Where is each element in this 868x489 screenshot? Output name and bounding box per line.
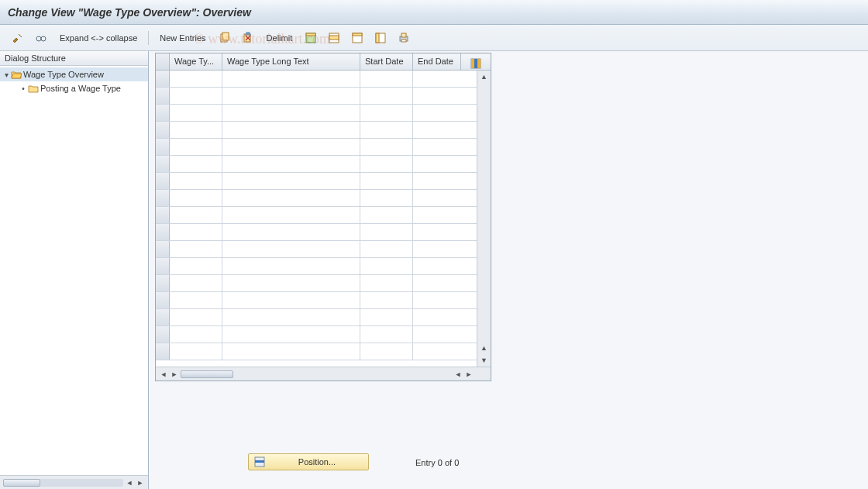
cell-end-date[interactable]: [413, 71, 477, 87]
hscroll-left-icon[interactable]: ◄: [125, 478, 134, 487]
cell-start-date[interactable]: [360, 88, 413, 104]
cell-start-date[interactable]: [360, 122, 413, 138]
col-wage-type-long-text[interactable]: Wage Type Long Text: [222, 53, 360, 70]
new-entries-button[interactable]: New Entries: [154, 29, 211, 46]
table-row[interactable]: [156, 105, 477, 122]
cell-wage-type[interactable]: [170, 156, 222, 172]
cell-start-date[interactable]: [360, 173, 413, 189]
cell-wage-type-long-text[interactable]: [222, 275, 360, 291]
cell-wage-type-long-text[interactable]: [222, 173, 360, 189]
row-selector[interactable]: [156, 173, 170, 189]
delete-button[interactable]: [238, 29, 258, 46]
cell-start-date[interactable]: [360, 343, 413, 360]
deselect-all-button[interactable]: [347, 29, 367, 46]
row-selector[interactable]: [156, 207, 170, 223]
select-block-button[interactable]: [324, 29, 344, 46]
row-selector[interactable]: [156, 309, 170, 325]
delimit-button[interactable]: Delimit: [261, 29, 298, 46]
table-row[interactable]: [156, 190, 477, 207]
cell-end-date[interactable]: [413, 173, 477, 189]
select-all-button[interactable]: [301, 29, 321, 46]
cell-wage-type-long-text[interactable]: [222, 224, 360, 240]
tree-toggle-icon[interactable]: ▾: [2, 71, 11, 79]
row-selector[interactable]: [156, 275, 170, 291]
row-selector[interactable]: [156, 241, 170, 257]
cell-wage-type-long-text[interactable]: [222, 156, 360, 172]
cell-start-date[interactable]: [360, 207, 413, 223]
col-end-date[interactable]: End Date: [413, 53, 461, 70]
hscroll-thumb[interactable]: [3, 479, 40, 487]
cell-end-date[interactable]: [413, 326, 477, 343]
row-selector[interactable]: [156, 71, 170, 87]
cell-wage-type-long-text[interactable]: [222, 207, 360, 223]
vscroll-track[interactable]: [477, 83, 491, 342]
cell-wage-type[interactable]: [170, 326, 222, 343]
cell-start-date[interactable]: [360, 275, 413, 291]
copy-button[interactable]: [215, 29, 235, 46]
cell-wage-type-long-text[interactable]: [222, 105, 360, 121]
table-vscroll[interactable]: ▲ ▲ ▼: [477, 71, 491, 367]
print-button[interactable]: [394, 29, 414, 46]
table-row[interactable]: [156, 122, 477, 139]
cell-wage-type[interactable]: [170, 309, 222, 325]
cell-wage-type[interactable]: [170, 241, 222, 257]
cell-start-date[interactable]: [360, 156, 413, 172]
config-button[interactable]: [370, 29, 391, 46]
table-row[interactable]: [156, 224, 477, 241]
cell-start-date[interactable]: [360, 258, 413, 274]
cell-wage-type[interactable]: [170, 88, 222, 104]
col-wage-type[interactable]: Wage Ty...: [170, 53, 222, 70]
table-row[interactable]: [156, 71, 477, 88]
cell-wage-type[interactable]: [170, 292, 222, 308]
cell-end-date[interactable]: [413, 156, 477, 172]
hscroll-right-icon[interactable]: ►: [170, 370, 179, 379]
row-selector[interactable]: [156, 292, 170, 308]
table-row[interactable]: [156, 309, 477, 326]
cell-start-date[interactable]: [360, 292, 413, 308]
cell-wage-type-long-text[interactable]: [222, 88, 360, 104]
row-selector[interactable]: [156, 343, 170, 360]
cell-wage-type-long-text[interactable]: [222, 258, 360, 274]
cell-end-date[interactable]: [413, 343, 477, 360]
cell-wage-type-long-text[interactable]: [222, 190, 360, 206]
cell-end-date[interactable]: [413, 88, 477, 104]
cell-end-date[interactable]: [413, 292, 477, 308]
cell-start-date[interactable]: [360, 309, 413, 325]
table-row[interactable]: [156, 173, 477, 190]
left-panel-hscroll[interactable]: ◄ ►: [0, 475, 148, 489]
cell-wage-type[interactable]: [170, 105, 222, 121]
row-selector[interactable]: [156, 122, 170, 138]
cell-start-date[interactable]: [360, 71, 413, 87]
row-selector[interactable]: [156, 224, 170, 240]
cell-start-date[interactable]: [360, 139, 413, 155]
toggle-detail-button[interactable]: [8, 29, 28, 46]
position-button[interactable]: Position...: [248, 453, 369, 470]
table-row[interactable]: [156, 275, 477, 292]
vscroll-up-icon[interactable]: ▲: [477, 71, 491, 83]
table-row[interactable]: [156, 156, 477, 173]
table-row[interactable]: [156, 241, 477, 258]
row-selector-header[interactable]: [156, 53, 170, 70]
cell-end-date[interactable]: [413, 275, 477, 291]
cell-start-date[interactable]: [360, 105, 413, 121]
table-row[interactable]: [156, 343, 477, 360]
cell-wage-type-long-text[interactable]: [222, 309, 360, 325]
cell-end-date[interactable]: [413, 105, 477, 121]
cell-end-date[interactable]: [413, 207, 477, 223]
row-selector[interactable]: [156, 88, 170, 104]
tree-item-wage-type-overview[interactable]: ▾ Wage Type Overview: [0, 67, 148, 81]
tree-item-posting-wage-type[interactable]: • Posting a Wage Type: [0, 81, 148, 95]
hscroll-left2-icon[interactable]: ◄: [453, 370, 463, 379]
row-selector[interactable]: [156, 139, 170, 155]
cell-wage-type-long-text[interactable]: [222, 122, 360, 138]
row-selector[interactable]: [156, 156, 170, 172]
table-row[interactable]: [156, 139, 477, 156]
cell-wage-type[interactable]: [170, 258, 222, 274]
vscroll-down-icon[interactable]: ▼: [477, 354, 491, 367]
cell-wage-type-long-text[interactable]: [222, 326, 360, 343]
cell-end-date[interactable]: [413, 241, 477, 257]
cell-wage-type[interactable]: [170, 139, 222, 155]
table-row[interactable]: [156, 292, 477, 309]
cell-wage-type[interactable]: [170, 343, 222, 360]
cell-wage-type[interactable]: [170, 224, 222, 240]
